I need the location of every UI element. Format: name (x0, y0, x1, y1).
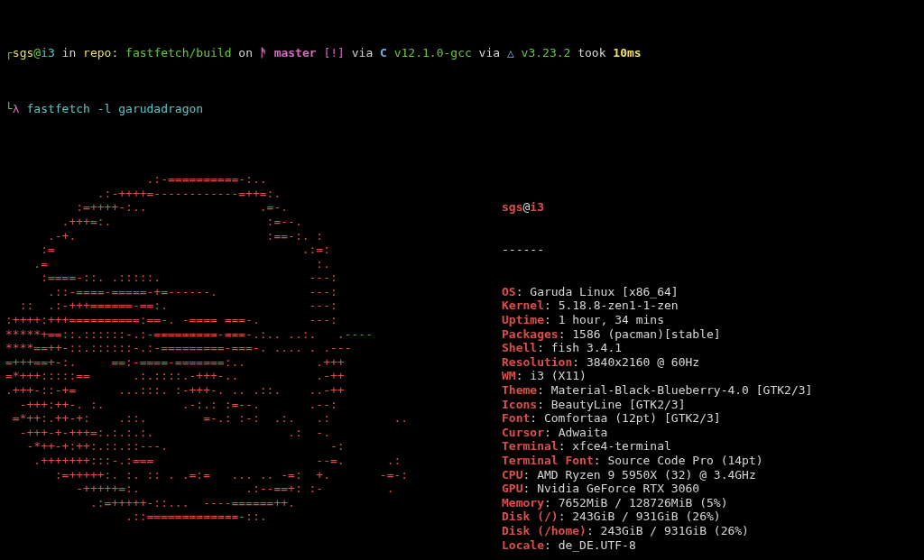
info-row: GPU: Nvidia GeForce RTX 3060 (502, 482, 812, 496)
info-value: i3 (X11) (530, 369, 587, 382)
info-value: xfce4-terminal (572, 439, 671, 453)
info-value: Comfortaa (12pt) [GTK2/3] (544, 411, 721, 425)
info-title: sgs@i3 (502, 200, 812, 215)
info-label: Disk (/home) (502, 524, 587, 537)
info-label: Kernel (502, 298, 544, 312)
prompt-host: i3 (41, 46, 55, 60)
info-value: de_DE.UTF-8 (559, 538, 636, 552)
info-value: 1 hour, 34 mins (559, 313, 664, 326)
info-label: Resolution (502, 355, 572, 369)
info-label: Shell (502, 341, 537, 354)
info-value: Source Code Pro (14pt) (607, 454, 762, 467)
info-value: BeautyLine [GTK2/3] (551, 398, 686, 411)
info-value: 243GiB / 931GiB (26%) (572, 510, 720, 523)
info-label: Cursor (502, 426, 544, 439)
prompt-branch: master (274, 46, 317, 60)
info-value: 5.18.8-zen1-1-zen (559, 298, 679, 312)
info-row: Terminal: xfce4-terminal (502, 439, 812, 454)
info-value: 3840x2160 @ 60Hz (587, 355, 699, 369)
command: fastfetch -l garudadragon (26, 102, 203, 115)
info-label: Icons (502, 398, 537, 411)
cmake-version: v3.23.2 (522, 46, 571, 60)
info-label: GPU (502, 482, 522, 495)
info-label: Terminal Font (502, 454, 594, 467)
system-info: sgs@i3 ------ OS: Garuda Linux [x86_64]K… (502, 172, 812, 560)
info-label: Terminal (502, 439, 559, 453)
info-value: Material-Black-Blueberry-4.0 [GTK2/3] (551, 383, 813, 397)
info-value: 1586 (pacman)[stable] (572, 327, 720, 341)
branch-glyph-icon: ᚫ (260, 46, 274, 60)
info-value: AMD Ryzen 9 5950X (32) @ 3.4GHz (537, 468, 756, 482)
info-row: CPU: AMD Ryzen 9 5950X (32) @ 3.4GHz (502, 468, 812, 482)
info-label: Packages (502, 327, 559, 341)
info-value: Adwaita (559, 426, 608, 439)
info-row: WM: i3 (X11) (502, 369, 812, 383)
prompt-repo: fastfetch/build (125, 46, 231, 60)
info-row: Disk (/home): 243GiB / 931GiB (26%) (502, 524, 812, 538)
info-value: Nvidia GeForce RTX 3060 (537, 482, 699, 495)
info-label: CPU (502, 468, 522, 482)
info-row: Icons: BeautyLine [GTK2/3] (502, 398, 812, 412)
lambda-icon: λ (13, 102, 27, 115)
info-row: Disk (/): 243GiB / 931GiB (26%) (502, 510, 812, 524)
info-label: Uptime (502, 313, 544, 326)
info-label: Locale (502, 538, 544, 552)
info-label: Font (502, 411, 530, 425)
triangle-icon: △ (507, 46, 522, 60)
info-value: Garuda Linux [x86_64] (530, 285, 678, 298)
info-label: WM (502, 369, 516, 382)
info-label: OS (502, 285, 516, 298)
info-row: Packages: 1586 (pacman)[stable] (502, 327, 812, 342)
info-row: Locale: de_DE.UTF-8 (502, 538, 812, 553)
info-row: OS: Garuda Linux [x86_64] (502, 285, 812, 299)
info-row: Terminal Font: Source Code Pro (14pt) (502, 454, 812, 468)
ascii-logo: .:-==========-:.. .:-++++=------------=+… (5, 172, 502, 524)
info-row: Font: Comfortaa (12pt) [GTK2/3] (502, 411, 812, 426)
info-label: Theme (502, 383, 537, 397)
prompt-line-2[interactable]: └λ fastfetch -l garudadragon (5, 102, 919, 116)
info-row: Kernel: 5.18.8-zen1-1-zen (502, 298, 812, 313)
info-row: Uptime: 1 hour, 34 mins (502, 313, 812, 327)
info-value: 243GiB / 931GiB (26%) (601, 524, 749, 537)
c-version: v12.1.0-gcc (394, 46, 472, 60)
info-row: Cursor: Adwaita (502, 426, 812, 440)
info-label: Memory (502, 496, 544, 510)
info-row: Shell: fish 3.4.1 (502, 341, 812, 355)
prompt-user: sgs (13, 46, 33, 60)
info-value: fish 3.4.1 (551, 341, 622, 354)
c-icon: C (380, 46, 394, 60)
info-row: Memory: 7652MiB / 128726MiB (5%) (502, 496, 812, 510)
info-value: 7652MiB / 128726MiB (5%) (559, 496, 728, 510)
prompt-time: 10ms (613, 46, 641, 60)
info-row: Theme: Material-Black-Blueberry-4.0 [GTK… (502, 383, 812, 398)
info-label: Disk (/) (502, 510, 559, 523)
prompt-line-1: ┌sgs@i3 in repo: fastfetch/build on ᚫ ma… (5, 46, 919, 60)
bracket-glyph: ┌ (5, 46, 13, 60)
info-separator: ------ (502, 243, 812, 257)
info-row: Resolution: 3840x2160 @ 60Hz (502, 355, 812, 370)
